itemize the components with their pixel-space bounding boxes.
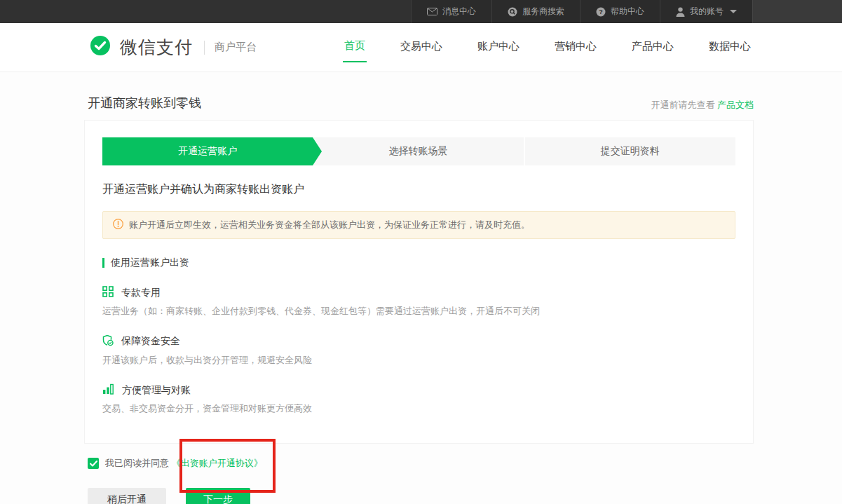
nav-item-transactions[interactable]: 交易中心 [399, 33, 444, 62]
step-indicator: 开通运营账户 选择转账场景 提交证明资料 [102, 137, 735, 165]
feature-dedicated-funds: 专款专用 运营业务（如：商家转账、企业付款到零钱、代金券、现金红包等）需要通过运… [102, 286, 735, 318]
topbar-item-label: 帮助中心 [611, 6, 644, 18]
shield-icon [102, 334, 114, 348]
svg-text:?: ? [599, 8, 603, 15]
step-label: 开通运营账户 [178, 145, 237, 158]
help-icon: ? [596, 7, 606, 17]
feature-fund-safety: 保障资金安全 开通该账户后，收款与出资分开管理，规避安全风险 [102, 334, 735, 367]
topbar-item-label: 服务商搜索 [522, 6, 564, 18]
doc-note: 开通前请先查看 产品文档 [651, 99, 754, 111]
brand-name: 微信支付 [120, 36, 193, 59]
section-accent-bar [102, 258, 104, 268]
open-later-button[interactable]: 稍后开通 [88, 488, 166, 504]
page-title-row: 开通商家转账到零钱 开通前请先查看 产品文档 [0, 72, 842, 111]
page-body: 开通商家转账到零钱 开通前请先查看 产品文档 开通运营账户 选择转账场景 提交证… [0, 72, 842, 504]
step-label: 提交证明资料 [601, 145, 660, 158]
step-submit-proof: 提交证明资料 [525, 137, 735, 165]
topbar-spacer [752, 0, 842, 23]
page-title: 开通商家转账到零钱 [88, 95, 201, 111]
topbar-item-messages[interactable]: 消息中心 [411, 0, 491, 23]
onboarding-card: 开通运营账户 选择转账场景 提交证明资料 开通运营账户并确认为商家转账出资账户 … [84, 120, 754, 444]
nav-item-home[interactable]: 首页 [343, 32, 367, 62]
step-label: 选择转账场景 [388, 145, 447, 158]
feature-desc: 开通该账户后，收款与出资分开管理，规避安全风险 [102, 354, 735, 367]
agreement-row: 我已阅读并同意 《出资账户开通协议》 [88, 457, 842, 470]
notice-banner: 账户开通后立即生效，运营相关业务资金将全部从该账户出资，为保证业务正常进行，请及… [102, 211, 735, 239]
nav-item-account-center[interactable]: 账户中心 [476, 33, 521, 62]
nav-item-marketing[interactable]: 营销中心 [553, 33, 598, 62]
brand-divider [204, 41, 205, 55]
warning-icon [113, 219, 123, 231]
chevron-down-icon [730, 10, 737, 13]
agreement-checkbox[interactable] [88, 458, 99, 469]
feature-title: 保障资金安全 [121, 335, 180, 348]
step-open-operating-account: 开通运营账户 [102, 137, 313, 165]
next-step-button[interactable]: 下一步 [186, 488, 250, 504]
main-nav: 首页 交易中心 账户中心 营销中心 产品中心 数据中心 [311, 32, 752, 62]
card-heading: 开通运营账户并确认为商家转账出资账户 [102, 182, 735, 197]
global-topbar: 消息中心 服务商搜索 ? 帮助中心 我的账号 [0, 0, 842, 23]
agreement-link[interactable]: 《出资账户开通协议》 [172, 458, 263, 468]
user-icon [676, 7, 685, 17]
feature-title: 方便管理与对账 [122, 384, 191, 397]
grid-icon [102, 286, 114, 299]
section-title: 使用运营账户出资 [111, 257, 189, 269]
site-header: 微信支付 商户平台 首页 交易中心 账户中心 营销中心 产品中心 数据中心 [0, 23, 842, 72]
topbar-item-label: 消息中心 [442, 6, 476, 18]
agreement-text: 我已阅读并同意 《出资账户开通协议》 [105, 457, 263, 470]
feature-desc: 交易、非交易资金分开，资金管理和对账更方便高效 [102, 402, 735, 415]
wechat-pay-logo-icon [88, 34, 113, 62]
brand-platform-label: 商户平台 [215, 41, 257, 54]
topbar-item-label: 我的账号 [690, 6, 724, 18]
step-choose-transfer-scene: 选择转账场景 [313, 137, 523, 165]
nav-item-products[interactable]: 产品中心 [630, 33, 675, 62]
notice-text: 账户开通后立即生效，运营相关业务资金将全部从该账户出资，为保证业务正常进行，请及… [129, 219, 530, 231]
product-doc-link[interactable]: 产品文档 [717, 100, 754, 110]
chart-icon [102, 383, 114, 397]
action-buttons: 稍后开通 下一步 [88, 488, 842, 504]
feature-desc: 运营业务（如：商家转账、企业付款到零钱、代金券、现金红包等）需要通过运营账户出资… [102, 305, 735, 318]
search-icon [508, 7, 517, 17]
feature-title: 专款专用 [121, 287, 161, 299]
mail-icon [427, 8, 437, 15]
brand[interactable]: 微信支付 商户平台 [88, 34, 257, 62]
section-title-row: 使用运营账户出资 [102, 257, 735, 269]
topbar-item-help[interactable]: ? 帮助中心 [580, 0, 660, 23]
topbar-item-account[interactable]: 我的账号 [660, 0, 752, 23]
feature-easy-reconciliation: 方便管理与对账 交易、非交易资金分开，资金管理和对账更方便高效 [102, 383, 735, 415]
nav-item-data-center[interactable]: 数据中心 [707, 33, 752, 62]
topbar-item-provider-search[interactable]: 服务商搜索 [491, 0, 580, 23]
agreement-label: 我已阅读并同意 [105, 458, 172, 468]
doc-hint-text: 开通前请先查看 [651, 100, 717, 110]
